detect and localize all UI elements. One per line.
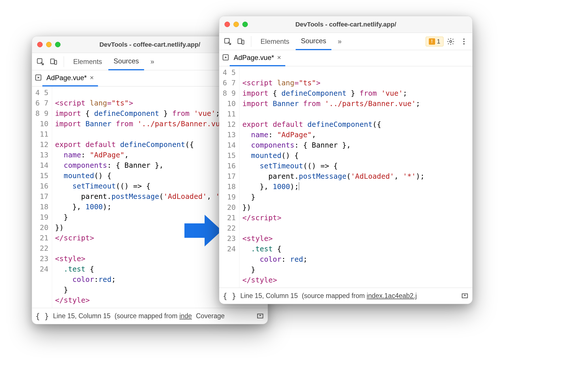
kebab-icon[interactable] — [458, 35, 470, 48]
svg-rect-10 — [242, 40, 244, 44]
source-map-info: (source mapped from inde — [114, 312, 192, 320]
tab-elements[interactable]: Elements — [68, 53, 107, 70]
issues-count: 1 — [437, 38, 440, 45]
toggle-navigator-icon[interactable] — [222, 53, 230, 63]
close-icon[interactable]: ✕ — [90, 75, 94, 81]
coverage-label[interactable]: Coverage — [196, 312, 225, 320]
separator — [64, 56, 64, 67]
format-icon[interactable]: { } — [35, 312, 49, 321]
file-tab-adpage[interactable]: AdPage.vue* ✕ — [42, 70, 98, 86]
svg-point-13 — [463, 41, 465, 42]
tab-sources[interactable]: Sources — [108, 53, 144, 70]
tab-elements[interactable]: Elements — [255, 33, 295, 50]
device-toggle-icon[interactable] — [235, 35, 247, 48]
expand-drawer-icon[interactable] — [256, 311, 264, 321]
separator — [251, 36, 251, 47]
svg-rect-9 — [238, 39, 242, 43]
zoom-dot[interactable] — [55, 42, 61, 47]
statusbar: { } Line 15, Column 15 (source mapped fr… — [219, 288, 472, 304]
code-editor-right[interactable]: 4 5 6 7 8 9 10 11 12 13 14 15 16 17 18 1… — [219, 66, 472, 288]
file-tab-label: AdPage.vue* — [234, 54, 274, 62]
settings-icon[interactable] — [445, 35, 457, 48]
traffic-lights — [37, 42, 61, 47]
line-gutter: 4 5 6 7 8 9 10 11 12 13 14 15 16 17 18 1… — [219, 66, 239, 288]
devtools-window-right: DevTools - coffee-cart.netlify.app/ Elem… — [219, 16, 473, 304]
statusbar: { } Line 15, Column 15 (source mapped fr… — [32, 308, 268, 324]
tab-more[interactable]: » — [145, 53, 159, 70]
svg-marker-7 — [184, 215, 222, 246]
source-map-link[interactable]: inde — [179, 312, 192, 320]
svg-marker-4 — [38, 76, 40, 78]
svg-point-11 — [450, 40, 452, 42]
file-tab-label: AdPage.vue* — [46, 74, 87, 82]
arrow-right-icon — [184, 213, 222, 248]
code-content[interactable]: <script lang="ts"> import { defineCompon… — [239, 66, 472, 288]
cursor-position: Line 15, Column 15 — [240, 292, 298, 300]
cursor-position: Line 15, Column 15 — [53, 312, 110, 320]
svg-marker-16 — [225, 56, 227, 58]
titlebar: DevTools - coffee-cart.netlify.app/ — [219, 16, 472, 33]
warning-icon: ! — [429, 38, 435, 45]
file-tab-adpage[interactable]: AdPage.vue* ✕ — [230, 50, 285, 66]
inspect-icon[interactable] — [34, 56, 46, 68]
close-icon[interactable]: ✕ — [277, 54, 281, 61]
traffic-lights — [224, 22, 248, 27]
svg-marker-6 — [259, 314, 261, 316]
format-icon[interactable]: { } — [223, 292, 236, 300]
close-dot[interactable] — [37, 42, 43, 47]
source-map-link[interactable]: index.1ac4eab2.j — [367, 292, 417, 299]
line-gutter: 4 5 6 7 8 9 10 11 12 13 14 15 16 17 18 1… — [32, 86, 52, 308]
zoom-dot[interactable] — [242, 22, 248, 27]
devtools-tabbar: Elements Sources » ! 1 — [219, 33, 472, 50]
svg-marker-18 — [463, 294, 466, 296]
inspect-icon[interactable] — [222, 35, 234, 48]
minimize-dot[interactable] — [46, 42, 52, 47]
minimize-dot[interactable] — [233, 22, 239, 27]
svg-point-14 — [463, 43, 465, 44]
svg-rect-1 — [51, 59, 54, 63]
svg-point-12 — [463, 38, 465, 40]
device-toggle-icon[interactable] — [48, 56, 60, 68]
expand-drawer-icon[interactable] — [461, 291, 469, 301]
source-map-info: (source mapped from index.1ac4eab2.j — [302, 292, 417, 300]
tab-sources[interactable]: Sources — [296, 33, 331, 50]
issues-badge[interactable]: ! 1 — [426, 37, 443, 46]
tab-more[interactable]: » — [333, 33, 347, 50]
close-dot[interactable] — [224, 22, 230, 27]
window-title: DevTools - coffee-cart.netlify.app/ — [219, 21, 472, 28]
svg-rect-2 — [55, 60, 57, 64]
file-tabs: AdPage.vue* ✕ — [219, 50, 472, 66]
svg-rect-17 — [462, 294, 468, 298]
svg-rect-5 — [258, 314, 263, 318]
toggle-navigator-icon[interactable] — [34, 74, 42, 83]
